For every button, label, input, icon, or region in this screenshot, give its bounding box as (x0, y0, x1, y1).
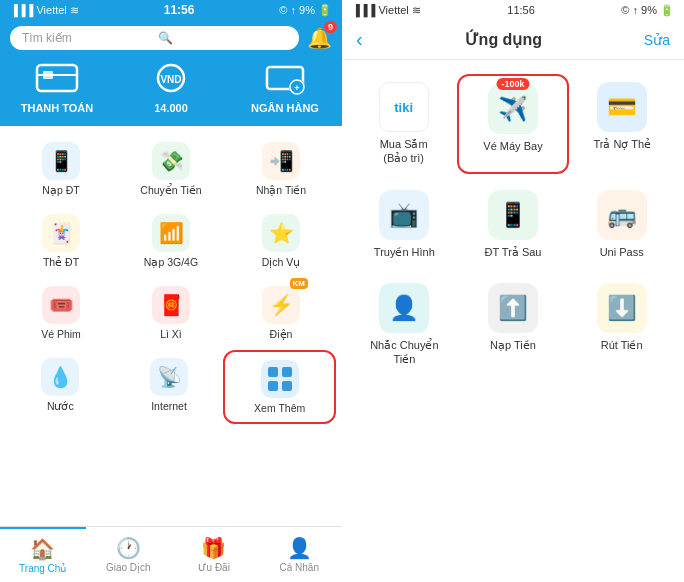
nav-ca-nhan[interactable]: 👤 Cá Nhân (257, 527, 343, 582)
dien-icon: ⚡ KM (262, 286, 300, 324)
app-grid: tiki Mua Sắm(Bảo trì) ✈️ -100k Vé Máy Ba… (342, 60, 684, 582)
service-chuyen-tien[interactable]: 💸 Chuyển Tiền (116, 134, 226, 204)
thanh-toan-label: THANH TOÁN (21, 102, 94, 114)
nap-dt-icon: 📱 (42, 142, 80, 180)
service-nap-dt[interactable]: 📱 Nạp ĐT (6, 134, 116, 204)
services-grid: 📱 Nạp ĐT 💸 Chuyển Tiền 📲 Nhận Tiền 🃏 Thẻ… (0, 126, 342, 526)
nap-tien-label: Nạp Tiền (490, 338, 536, 352)
dien-badge: KM (290, 278, 308, 289)
bell-badge: 9 (324, 21, 337, 33)
nhan-tien-icon: 📲 (262, 142, 300, 180)
so-du-icon: VND (146, 58, 196, 98)
dt-tra-sau-label: ĐT Trả Sau (485, 245, 542, 259)
ve-phim-icon: 🎟️ (42, 286, 80, 324)
the-dt-label: Thẻ ĐT (43, 256, 79, 268)
svg-rect-11 (268, 381, 278, 391)
xem-them-label: Xem Thêm (254, 402, 305, 414)
svg-rect-9 (268, 367, 278, 377)
ve-may-bay-label: Vé Máy Bay (483, 139, 542, 153)
app-rut-tien[interactable]: ⬇️ Rút Tiền (567, 275, 676, 375)
app-tra-no-the[interactable]: 💳 Trả Nợ Thẻ (569, 74, 676, 174)
dien-label: Điện (270, 328, 293, 340)
service-xem-them[interactable]: Xem Thêm (223, 350, 336, 424)
quick-action-thanh-toan[interactable]: THANH TOÁN (0, 58, 114, 114)
app-row-2: 📺 Truyền Hình 📱 ĐT Trả Sau 🚌 Uni Pass (342, 178, 684, 271)
time-right: 11:56 (507, 4, 535, 16)
nap-3g-icon: 📶 (152, 214, 190, 252)
bottom-nav: 🏠 Trang Chủ 🕐 Giao Dịch 🎁 Ưu Đãi 👤 Cá Nh… (0, 526, 342, 582)
search-placeholder: Tìm kiếm (22, 31, 152, 45)
time-left: 11:56 (164, 3, 195, 17)
quick-actions: THANH TOÁN VND 14.000 + NGÂN (0, 58, 342, 126)
service-nhan-tien[interactable]: 📲 Nhận Tiền (226, 134, 336, 204)
edit-button[interactable]: Sửa (644, 32, 670, 48)
service-dien[interactable]: ⚡ KM Điện (226, 278, 336, 348)
uni-pass-icon: 🚌 (597, 190, 647, 240)
search-input-wrap[interactable]: Tìm kiếm 🔍 (10, 26, 299, 50)
service-nap-3g[interactable]: 📶 Nạp 3G/4G (116, 206, 226, 276)
service-the-dt[interactable]: 🃏 Thẻ ĐT (6, 206, 116, 276)
carrier-left: ▐▐▐ Viettel ≋ (10, 4, 79, 17)
service-internet[interactable]: 📡 Internet (115, 350, 224, 424)
uu-dai-label: Ưu Đãi (198, 562, 230, 573)
giao-dich-icon: 🕐 (116, 536, 141, 560)
bell-button[interactable]: 🔔 9 (307, 26, 332, 50)
nav-giao-dich[interactable]: 🕐 Giao Dịch (86, 527, 172, 582)
service-dich-vu[interactable]: ⭐ Dịch Vụ (226, 206, 336, 276)
trang-chu-label: Trang Chủ (19, 563, 66, 574)
quick-action-ngan-hang[interactable]: + NGÂN HÀNG (228, 58, 342, 114)
app-nhac-chuyen-tien[interactable]: 👤 Nhắc ChuyểnTiền (350, 275, 459, 375)
nuoc-icon: 💧 (41, 358, 79, 396)
svg-rect-10 (282, 367, 292, 377)
app-dt-tra-sau[interactable]: 📱 ĐT Trả Sau (459, 182, 568, 267)
ve-phim-label: Vé Phim (41, 328, 81, 340)
ca-nhan-icon: 👤 (287, 536, 312, 560)
xem-them-icon (261, 360, 299, 398)
app-header: ‹ Ứng dụng Sửa (342, 20, 684, 60)
nap-3g-label: Nạp 3G/4G (144, 256, 198, 268)
ngan-hang-icon: + (260, 58, 310, 98)
quick-action-so-du[interactable]: VND 14.000 (114, 58, 228, 114)
service-li-xi[interactable]: 🧧 Lì Xì (116, 278, 226, 348)
app-row-1: tiki Mua Sắm(Bảo trì) ✈️ -100k Vé Máy Ba… (342, 70, 684, 178)
trang-chu-icon: 🏠 (30, 537, 55, 561)
status-bar-left: ▐▐▐ Viettel ≋ 11:56 © ↑ 9% 🔋 (0, 0, 342, 20)
services-row-1: 📱 Nạp ĐT 💸 Chuyển Tiền 📲 Nhận Tiền (0, 134, 342, 204)
app-nap-tien[interactable]: ⬆️ Nạp Tiền (459, 275, 568, 375)
app-page-title: Ứng dụng (465, 30, 542, 49)
app-truyen-hinh[interactable]: 📺 Truyền Hình (350, 182, 459, 267)
services-row-3: 🎟️ Vé Phim 🧧 Lì Xì ⚡ KM Điện (0, 278, 342, 348)
dt-tra-sau-icon: 📱 (488, 190, 538, 240)
truyen-hinh-icon: 📺 (379, 190, 429, 240)
thanh-toan-icon (32, 58, 82, 98)
service-nuoc[interactable]: 💧 Nước (6, 350, 115, 424)
svg-text:+: + (294, 83, 299, 93)
nhac-chuyen-tien-icon: 👤 (379, 283, 429, 333)
dich-vu-label: Dịch Vụ (262, 256, 301, 268)
nav-uu-dai[interactable]: 🎁 Ưu Đãi (171, 527, 257, 582)
service-ve-phim[interactable]: 🎟️ Vé Phim (6, 278, 116, 348)
truyen-hinh-label: Truyền Hình (374, 245, 435, 259)
back-button[interactable]: ‹ (356, 28, 363, 51)
tra-no-the-label: Trả Nợ Thẻ (593, 137, 651, 151)
li-xi-label: Lì Xì (160, 328, 182, 340)
ca-nhan-label: Cá Nhân (280, 562, 319, 573)
nuoc-label: Nước (47, 400, 74, 412)
app-row-3: 👤 Nhắc ChuyểnTiền ⬆️ Nạp Tiền ⬇️ Rút Tiề… (342, 271, 684, 379)
tiki-icon: tiki (379, 82, 429, 132)
app-ve-may-bay[interactable]: ✈️ -100k Vé Máy Bay (457, 74, 568, 174)
nav-trang-chu[interactable]: 🏠 Trang Chủ (0, 527, 86, 582)
li-xi-icon: 🧧 (152, 286, 190, 324)
rut-tien-label: Rút Tiền (601, 338, 643, 352)
app-uni-pass[interactable]: 🚌 Uni Pass (567, 182, 676, 267)
app-tiki[interactable]: tiki Mua Sắm(Bảo trì) (350, 74, 457, 174)
services-row-4: 💧 Nước 📡 Internet Xem Thêm (0, 350, 342, 424)
chuyen-tien-label: Chuyển Tiền (140, 184, 201, 196)
dich-vu-icon: ⭐ (262, 214, 300, 252)
svg-rect-12 (282, 381, 292, 391)
rut-tien-icon: ⬇️ (597, 283, 647, 333)
battery-right: © ↑ 9% 🔋 (621, 4, 674, 17)
nhac-chuyen-tien-label: Nhắc ChuyểnTiền (370, 338, 438, 367)
search-bar: Tìm kiếm 🔍 🔔 9 (0, 20, 342, 58)
uu-dai-icon: 🎁 (201, 536, 226, 560)
